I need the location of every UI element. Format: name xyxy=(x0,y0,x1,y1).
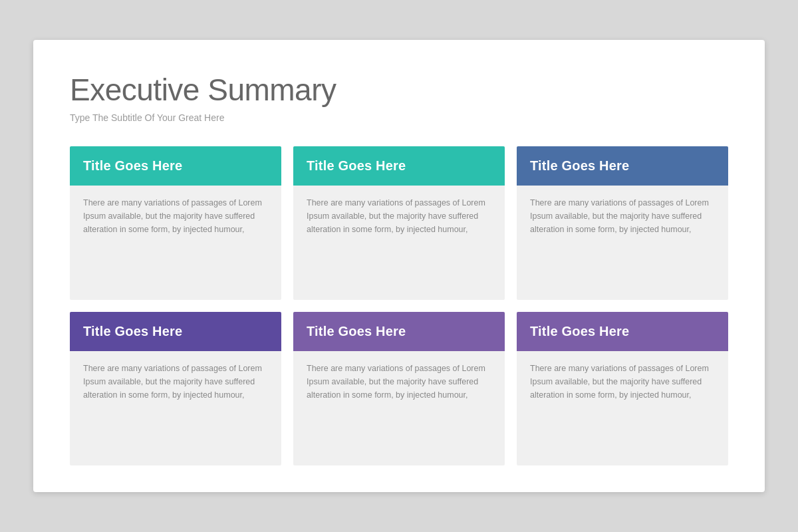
card-2-body: There are many variations of passages of… xyxy=(293,186,505,300)
card-5-body: There are many variations of passages of… xyxy=(293,351,505,466)
card-6-body: There are many variations of passages of… xyxy=(517,351,728,466)
card-6: Title Goes Here There are many variation… xyxy=(517,312,728,466)
card-3-text: There are many variations of passages of… xyxy=(530,196,715,236)
card-4-text: There are many variations of passages of… xyxy=(83,362,268,402)
card-4: Title Goes Here There are many variation… xyxy=(70,312,281,466)
card-3: Title Goes Here There are many variation… xyxy=(517,146,728,300)
card-4-header: Title Goes Here xyxy=(70,312,281,351)
card-3-body: There are many variations of passages of… xyxy=(517,186,728,300)
card-1-text: There are many variations of passages of… xyxy=(83,196,268,236)
slide: Executive Summary Type The Subtitle Of Y… xyxy=(33,40,765,492)
card-5-text: There are many variations of passages of… xyxy=(307,362,491,402)
card-6-text: There are many variations of passages of… xyxy=(530,362,715,402)
card-1-title: Title Goes Here xyxy=(83,158,182,174)
card-2-title: Title Goes Here xyxy=(307,158,406,174)
card-1: Title Goes Here There are many variation… xyxy=(70,146,281,300)
slide-subtitle: Type The Subtitle Of Your Great Here xyxy=(70,112,728,123)
card-3-title: Title Goes Here xyxy=(530,158,629,174)
cards-grid: Title Goes Here There are many variation… xyxy=(70,146,728,466)
card-5-header: Title Goes Here xyxy=(293,312,505,351)
card-5: Title Goes Here There are many variation… xyxy=(293,312,505,466)
card-2-header: Title Goes Here xyxy=(293,146,505,186)
card-6-header: Title Goes Here xyxy=(517,312,728,351)
card-4-title: Title Goes Here xyxy=(83,324,182,339)
card-3-header: Title Goes Here xyxy=(517,146,728,186)
slide-header: Executive Summary Type The Subtitle Of Y… xyxy=(70,73,728,123)
slide-title: Executive Summary xyxy=(70,73,728,107)
card-4-body: There are many variations of passages of… xyxy=(70,351,281,466)
card-1-body: There are many variations of passages of… xyxy=(70,186,281,300)
card-5-title: Title Goes Here xyxy=(307,324,406,339)
card-1-header: Title Goes Here xyxy=(70,146,281,186)
card-6-title: Title Goes Here xyxy=(530,324,629,339)
card-2-text: There are many variations of passages of… xyxy=(307,196,491,236)
card-2: Title Goes Here There are many variation… xyxy=(293,146,505,300)
